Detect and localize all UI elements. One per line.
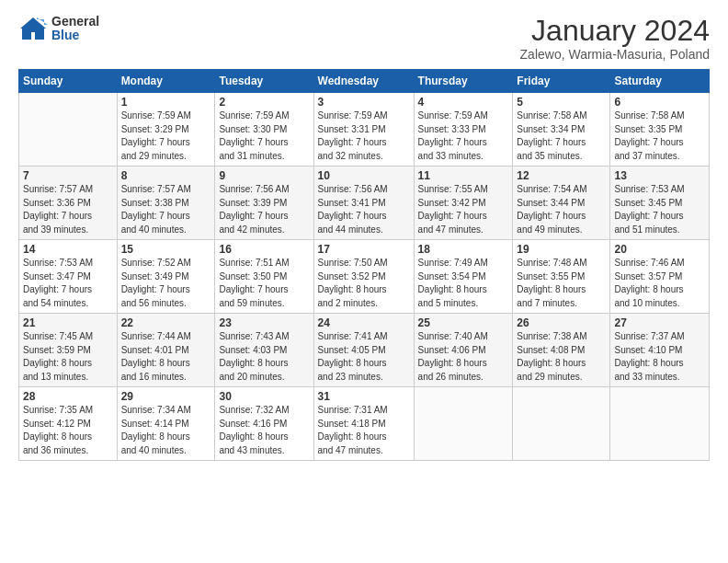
day-info: Sunrise: 7:56 AMSunset: 3:41 PMDaylight:… xyxy=(318,183,410,236)
logo-blue: Blue xyxy=(51,29,99,42)
day-number: 5 xyxy=(517,96,606,109)
calendar-cell: 8Sunrise: 7:57 AMSunset: 3:38 PMDaylight… xyxy=(117,167,215,240)
day-info: Sunrise: 7:45 AMSunset: 3:59 PMDaylight:… xyxy=(23,330,113,384)
calendar-cell: 15Sunrise: 7:52 AMSunset: 3:49 PMDayligh… xyxy=(117,240,215,314)
day-number: 1 xyxy=(121,96,211,109)
calendar-cell: 21Sunrise: 7:45 AMSunset: 3:59 PMDayligh… xyxy=(19,314,118,387)
calendar-week-row: 28Sunrise: 7:35 AMSunset: 4:12 PMDayligh… xyxy=(19,387,710,461)
day-number: 28 xyxy=(23,390,113,403)
day-info: Sunrise: 7:48 AMSunset: 3:55 PMDaylight:… xyxy=(517,257,606,310)
day-info: Sunrise: 7:58 AMSunset: 3:34 PMDaylight:… xyxy=(517,109,606,163)
day-number: 7 xyxy=(23,169,113,182)
calendar-cell xyxy=(610,387,710,461)
calendar-cell: 17Sunrise: 7:50 AMSunset: 3:52 PMDayligh… xyxy=(313,240,414,314)
calendar-cell: 23Sunrise: 7:43 AMSunset: 4:03 PMDayligh… xyxy=(215,314,313,387)
calendar-header: SundayMondayTuesdayWednesdayThursdayFrid… xyxy=(19,70,710,93)
day-number: 27 xyxy=(614,316,705,329)
day-info: Sunrise: 7:49 AMSunset: 3:54 PMDaylight:… xyxy=(418,257,509,310)
day-number: 3 xyxy=(318,96,410,109)
day-number: 31 xyxy=(318,390,410,403)
calendar-cell: 18Sunrise: 7:49 AMSunset: 3:54 PMDayligh… xyxy=(414,240,513,314)
day-number: 18 xyxy=(418,243,509,256)
calendar-cell: 9Sunrise: 7:56 AMSunset: 3:39 PMDaylight… xyxy=(215,167,313,240)
calendar-body: 1Sunrise: 7:59 AMSunset: 3:29 PMDaylight… xyxy=(19,93,710,461)
calendar-cell: 13Sunrise: 7:53 AMSunset: 3:45 PMDayligh… xyxy=(610,167,710,240)
logo-icon xyxy=(18,16,48,41)
calendar-cell: 10Sunrise: 7:56 AMSunset: 3:41 PMDayligh… xyxy=(313,167,414,240)
day-number: 23 xyxy=(219,316,309,329)
calendar-cell: 1Sunrise: 7:59 AMSunset: 3:29 PMDaylight… xyxy=(117,93,215,167)
day-number: 15 xyxy=(121,243,211,256)
weekday-header: Thursday xyxy=(414,70,513,93)
day-info: Sunrise: 7:56 AMSunset: 3:39 PMDaylight:… xyxy=(219,183,309,236)
day-number: 17 xyxy=(318,243,410,256)
day-info: Sunrise: 7:34 AMSunset: 4:14 PMDaylight:… xyxy=(121,404,211,457)
calendar-cell xyxy=(513,387,610,461)
day-info: Sunrise: 7:59 AMSunset: 3:29 PMDaylight:… xyxy=(121,109,211,163)
day-info: Sunrise: 7:59 AMSunset: 3:31 PMDaylight:… xyxy=(318,109,410,163)
day-number: 24 xyxy=(318,316,410,329)
day-number: 12 xyxy=(517,169,606,182)
calendar-cell: 24Sunrise: 7:41 AMSunset: 4:05 PMDayligh… xyxy=(313,314,414,387)
calendar-cell: 5Sunrise: 7:58 AMSunset: 3:34 PMDaylight… xyxy=(513,93,610,167)
day-number: 6 xyxy=(614,96,705,109)
day-number: 19 xyxy=(517,243,606,256)
weekday-header: Sunday xyxy=(19,70,118,93)
day-number: 26 xyxy=(517,316,606,329)
weekday-header: Tuesday xyxy=(215,70,313,93)
day-info: Sunrise: 7:38 AMSunset: 4:08 PMDaylight:… xyxy=(517,330,606,384)
day-info: Sunrise: 7:53 AMSunset: 3:47 PMDaylight:… xyxy=(23,257,113,310)
day-info: Sunrise: 7:35 AMSunset: 4:12 PMDaylight:… xyxy=(23,404,113,457)
day-number: 14 xyxy=(23,243,113,256)
title-block: January 2024 Zalewo, Warmia-Masuria, Pol… xyxy=(520,15,710,62)
day-info: Sunrise: 7:44 AMSunset: 4:01 PMDaylight:… xyxy=(121,330,211,384)
calendar-cell: 4Sunrise: 7:59 AMSunset: 3:33 PMDaylight… xyxy=(414,93,513,167)
day-info: Sunrise: 7:31 AMSunset: 4:18 PMDaylight:… xyxy=(318,404,410,457)
calendar-cell: 22Sunrise: 7:44 AMSunset: 4:01 PMDayligh… xyxy=(117,314,215,387)
calendar-cell: 20Sunrise: 7:46 AMSunset: 3:57 PMDayligh… xyxy=(610,240,710,314)
day-number: 9 xyxy=(219,169,309,182)
day-info: Sunrise: 7:57 AMSunset: 3:38 PMDaylight:… xyxy=(121,183,211,236)
logo-text: General Blue xyxy=(51,15,99,43)
day-info: Sunrise: 7:46 AMSunset: 3:57 PMDaylight:… xyxy=(614,257,705,310)
calendar-cell xyxy=(414,387,513,461)
weekday-header: Monday xyxy=(117,70,215,93)
day-number: 16 xyxy=(219,243,309,256)
day-info: Sunrise: 7:37 AMSunset: 4:10 PMDaylight:… xyxy=(614,330,705,384)
calendar-week-row: 1Sunrise: 7:59 AMSunset: 3:29 PMDaylight… xyxy=(19,93,710,167)
day-info: Sunrise: 7:51 AMSunset: 3:50 PMDaylight:… xyxy=(219,257,309,310)
calendar-cell: 31Sunrise: 7:31 AMSunset: 4:18 PMDayligh… xyxy=(313,387,414,461)
day-number: 13 xyxy=(614,169,705,182)
day-info: Sunrise: 7:40 AMSunset: 4:06 PMDaylight:… xyxy=(418,330,509,384)
calendar-week-row: 7Sunrise: 7:57 AMSunset: 3:36 PMDaylight… xyxy=(19,167,710,240)
calendar-cell: 11Sunrise: 7:55 AMSunset: 3:42 PMDayligh… xyxy=(414,167,513,240)
day-number: 10 xyxy=(318,169,410,182)
calendar-week-row: 21Sunrise: 7:45 AMSunset: 3:59 PMDayligh… xyxy=(19,314,710,387)
calendar-cell xyxy=(19,93,118,167)
day-number: 29 xyxy=(121,390,211,403)
calendar-cell: 26Sunrise: 7:38 AMSunset: 4:08 PMDayligh… xyxy=(513,314,610,387)
calendar-week-row: 14Sunrise: 7:53 AMSunset: 3:47 PMDayligh… xyxy=(19,240,710,314)
day-info: Sunrise: 7:58 AMSunset: 3:35 PMDaylight:… xyxy=(614,109,705,163)
day-info: Sunrise: 7:43 AMSunset: 4:03 PMDaylight:… xyxy=(219,330,309,384)
day-number: 21 xyxy=(23,316,113,329)
calendar-cell: 30Sunrise: 7:32 AMSunset: 4:16 PMDayligh… xyxy=(215,387,313,461)
logo: General Blue xyxy=(18,15,99,43)
day-info: Sunrise: 7:54 AMSunset: 3:44 PMDaylight:… xyxy=(517,183,606,236)
weekday-header: Wednesday xyxy=(313,70,414,93)
day-number: 2 xyxy=(219,96,309,109)
day-number: 25 xyxy=(418,316,509,329)
weekday-header: Saturday xyxy=(610,70,710,93)
weekday-header: Friday xyxy=(513,70,610,93)
day-number: 4 xyxy=(418,96,509,109)
calendar-cell: 29Sunrise: 7:34 AMSunset: 4:14 PMDayligh… xyxy=(117,387,215,461)
day-info: Sunrise: 7:57 AMSunset: 3:36 PMDaylight:… xyxy=(23,183,113,236)
day-info: Sunrise: 7:32 AMSunset: 4:16 PMDaylight:… xyxy=(219,404,309,457)
day-number: 8 xyxy=(121,169,211,182)
day-info: Sunrise: 7:41 AMSunset: 4:05 PMDaylight:… xyxy=(318,330,410,384)
calendar-cell: 3Sunrise: 7:59 AMSunset: 3:31 PMDaylight… xyxy=(313,93,414,167)
calendar-cell: 19Sunrise: 7:48 AMSunset: 3:55 PMDayligh… xyxy=(513,240,610,314)
calendar-cell: 14Sunrise: 7:53 AMSunset: 3:47 PMDayligh… xyxy=(19,240,118,314)
day-number: 22 xyxy=(121,316,211,329)
calendar-cell: 7Sunrise: 7:57 AMSunset: 3:36 PMDaylight… xyxy=(19,167,118,240)
